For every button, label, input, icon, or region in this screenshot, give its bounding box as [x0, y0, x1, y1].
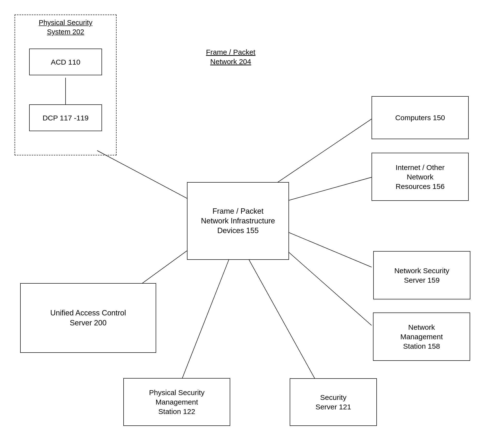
internet-other-box: Internet / OtherNetworkResources 156	[371, 153, 469, 201]
network-security-server-box: Network SecurityServer 159	[373, 251, 470, 299]
network-management-station-box: NetworkManagementStation 158	[373, 313, 470, 361]
unified-access-control-box: Unified Access ControlServer 200	[20, 283, 156, 353]
dcp-box: DCP 117 -119	[29, 104, 102, 131]
svg-line-2	[267, 119, 371, 189]
computers-box: Computers 150	[371, 96, 469, 139]
diagram-container: Physical SecuritySystem 202 ACD 110 DCP …	[0, 0, 500, 448]
security-server-box: SecurityServer 121	[290, 378, 377, 426]
acd-box: ACD 110	[29, 48, 102, 75]
physical-security-mgmt-box: Physical SecurityManagementStation 122	[123, 378, 230, 426]
svg-line-8	[248, 257, 323, 393]
svg-line-7	[177, 255, 231, 391]
infrastructure-devices-box: Frame / PacketNetwork InfrastructureDevi…	[187, 182, 289, 260]
physical-security-system-label: Physical SecuritySystem 202	[19, 18, 112, 36]
frame-packet-network-label: Frame / PacketNetwork 204	[194, 47, 267, 66]
